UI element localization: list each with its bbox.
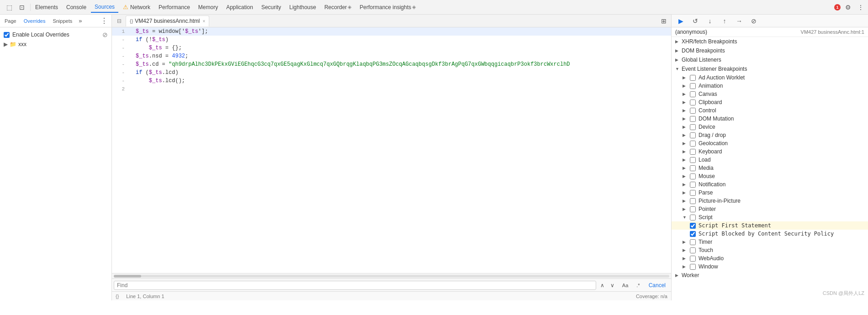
window-checkbox[interactable] bbox=[690, 264, 696, 270]
device-checkbox[interactable] bbox=[690, 124, 696, 130]
nav-elements[interactable]: Elements bbox=[32, 2, 62, 12]
scrollbar-thumb[interactable] bbox=[114, 275, 141, 278]
script-checkbox[interactable] bbox=[690, 215, 696, 220]
regex-btn[interactable]: .* bbox=[633, 281, 643, 289]
match-case-btn[interactable]: Aa bbox=[619, 281, 631, 289]
bp-item-mouse[interactable]: ▶ Mouse bbox=[672, 172, 868, 180]
bp-item-geolocation[interactable]: ▶ Geolocation bbox=[672, 139, 868, 147]
dom-mutation-checkbox[interactable] bbox=[690, 116, 696, 122]
bp-item-canvas[interactable]: ▶ Canvas bbox=[672, 90, 868, 98]
pointer-checkbox[interactable] bbox=[690, 206, 696, 212]
webaudio-checkbox[interactable] bbox=[690, 256, 696, 262]
find-input[interactable] bbox=[114, 281, 596, 290]
sidebar-more-tabs[interactable]: » bbox=[77, 16, 84, 25]
nav-lighthouse[interactable]: Lighthouse bbox=[286, 2, 320, 12]
ad-checkbox[interactable] bbox=[690, 75, 696, 81]
mouse-checkbox[interactable] bbox=[690, 173, 696, 179]
code-line-1: 1 $_ts = window['$_ts']; bbox=[112, 27, 671, 36]
bp-item-pointer[interactable]: ▶ Pointer bbox=[672, 205, 868, 213]
nav-recorder[interactable]: Recorder ◈ bbox=[321, 2, 355, 12]
nav-network[interactable]: ⚠ Network bbox=[119, 2, 154, 12]
canvas-checkbox[interactable] bbox=[690, 91, 696, 97]
bp-item-notification[interactable]: ▶ Notification bbox=[672, 180, 868, 189]
control-checkbox[interactable] bbox=[690, 108, 696, 114]
more-options-icon[interactable]: ⋮ bbox=[855, 2, 866, 13]
bp-item-window[interactable]: ▶ Window bbox=[672, 262, 868, 271]
inspect-icon[interactable]: ⬚ bbox=[4, 2, 15, 13]
find-cancel-btn[interactable]: Cancel bbox=[645, 281, 669, 289]
bp-item-load[interactable]: ▶ Load bbox=[672, 156, 868, 164]
file-tab-close[interactable]: × bbox=[202, 19, 205, 24]
bp-item-clipboard[interactable]: ▶ Clipboard bbox=[672, 98, 868, 106]
animation-checkbox[interactable] bbox=[690, 83, 696, 89]
clipboard-checkbox[interactable] bbox=[690, 100, 696, 105]
load-checkbox[interactable] bbox=[690, 157, 696, 163]
bp-item-device[interactable]: ▶ Device bbox=[672, 123, 868, 131]
scrollbar-track[interactable] bbox=[114, 275, 669, 278]
nav-application[interactable]: Application bbox=[222, 2, 257, 12]
sidebar-tab-page[interactable]: Page bbox=[2, 17, 19, 25]
media-checkbox[interactable] bbox=[690, 165, 696, 171]
horizontal-scrollbar[interactable] bbox=[112, 273, 671, 278]
keyboard-checkbox[interactable] bbox=[690, 149, 696, 155]
line-code-6: if ($_ts.lcd) bbox=[134, 68, 179, 77]
overrides-info-icon[interactable]: ⊘ bbox=[102, 31, 108, 38]
nav-perf-insights[interactable]: Performance insights ◈ bbox=[356, 2, 419, 12]
step-btn[interactable]: → bbox=[734, 16, 745, 26]
folder-row[interactable]: ▶ 📁 xxx bbox=[0, 40, 111, 48]
bp-item-media[interactable]: ▶ Media bbox=[672, 164, 868, 172]
bp-item-script-csp[interactable]: Script Blocked by Content Security Polic… bbox=[672, 230, 868, 238]
geolocation-checkbox[interactable] bbox=[690, 141, 696, 147]
bp-item-touch[interactable]: ▶ Touch bbox=[672, 246, 868, 254]
bp-item-pip[interactable]: ▶ Picture-in-Picture bbox=[672, 197, 868, 205]
step-over-btn[interactable]: ↺ bbox=[690, 16, 701, 26]
bp-item-animation[interactable]: ▶ Animation bbox=[672, 82, 868, 90]
touch-checkbox[interactable] bbox=[690, 247, 696, 253]
step-into-btn[interactable]: ↓ bbox=[704, 16, 715, 26]
enable-overrides-checkbox[interactable] bbox=[4, 32, 10, 38]
sidebar-tab-overrides[interactable]: Overrides bbox=[21, 17, 48, 25]
nav-memory[interactable]: Memory bbox=[195, 2, 222, 12]
bp-item-timer[interactable]: ▶ Timer bbox=[672, 238, 868, 246]
bp-item-control[interactable]: ▶ Control bbox=[672, 106, 868, 115]
script-csp-checkbox[interactable] bbox=[690, 231, 696, 237]
bp-item-webaudio[interactable]: ▶ WebAudio bbox=[672, 254, 868, 262]
deactivate-btn[interactable]: ⊘ bbox=[748, 16, 759, 26]
nav-console[interactable]: Console bbox=[63, 2, 90, 12]
notification-checkbox[interactable] bbox=[690, 182, 696, 188]
media-expand-icon: ▶ bbox=[683, 166, 687, 170]
find-prev-arrow[interactable]: ∧ bbox=[598, 281, 607, 290]
pip-checkbox[interactable] bbox=[690, 198, 696, 204]
step-out-btn[interactable]: ↑ bbox=[719, 16, 730, 26]
bp-item-parse[interactable]: ▶ Parse bbox=[672, 189, 868, 197]
bp-item-script[interactable]: ▼ Script bbox=[672, 213, 868, 221]
nav-security[interactable]: Security bbox=[258, 2, 285, 12]
bp-item-keyboard[interactable]: ▶ Keyboard bbox=[672, 147, 868, 156]
code-area[interactable]: 1 $_ts = window['$_ts']; - if (!$_ts) - … bbox=[112, 27, 671, 273]
timer-checkbox[interactable] bbox=[690, 239, 696, 245]
bp-section-event[interactable]: ▼ Event Listener Breakpoints bbox=[672, 64, 868, 74]
script-first-checkbox[interactable] bbox=[690, 223, 696, 229]
nav-sources[interactable]: Sources bbox=[91, 2, 118, 13]
bp-section-worker[interactable]: ▶ Worker bbox=[672, 271, 868, 280]
resume-btn[interactable]: ▶ bbox=[675, 16, 686, 26]
dragdrop-checkbox[interactable] bbox=[690, 132, 696, 138]
split-view-icon[interactable]: ⊞ bbox=[658, 16, 669, 26]
parse-checkbox[interactable] bbox=[690, 190, 696, 196]
settings-icon[interactable]: ⚙ bbox=[842, 2, 853, 13]
sidebar-menu-icon[interactable]: ⋮ bbox=[99, 16, 110, 25]
bp-item-script-first[interactable]: Script First Statement bbox=[672, 221, 868, 230]
anon-label: (anonymous) bbox=[675, 29, 707, 35]
bp-section-global[interactable]: ▶ Global Listeners bbox=[672, 55, 868, 64]
sidebar-tab-snippets[interactable]: Snippets bbox=[50, 17, 75, 25]
find-next-arrow[interactable]: ∨ bbox=[608, 281, 617, 290]
bp-item-ad[interactable]: ▶ Ad Auction Worklet bbox=[672, 74, 868, 82]
bp-item-dom-mutation[interactable]: ▶ DOM Mutation bbox=[672, 115, 868, 123]
bp-item-dragdrop[interactable]: ▶ Drag / drop bbox=[672, 131, 868, 139]
bp-section-xhr[interactable]: ▶ XHR/fetch Breakpoints bbox=[672, 37, 868, 46]
bp-section-dom[interactable]: ▶ DOM Breakpoints bbox=[672, 46, 868, 55]
nav-performance[interactable]: Performance bbox=[155, 2, 194, 12]
device-icon[interactable]: ⊡ bbox=[16, 2, 27, 13]
file-tab[interactable]: {} VM427 businessAnnc.html × bbox=[126, 16, 209, 26]
sidebar-toggle-icon[interactable]: ⊟ bbox=[114, 16, 125, 26]
